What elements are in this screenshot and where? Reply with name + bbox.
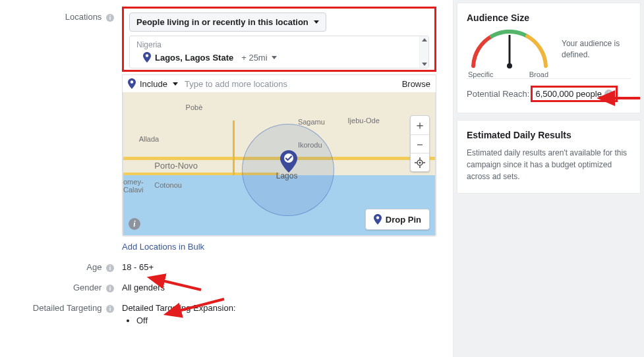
location-radius-dropdown[interactable]: + 25mi	[241, 53, 276, 63]
drop-pin-button[interactable]: Drop Pin	[365, 209, 430, 230]
detailed-targeting-row: Detailed Targeting i Detailed Targeting …	[7, 298, 450, 325]
potential-reach-row: Potential Reach: 6,500,000 people i	[467, 86, 631, 102]
daily-results-body: Estimated daily results aren't available…	[467, 147, 631, 182]
locations-row: Locations i People living in or recently…	[7, 7, 450, 252]
info-icon[interactable]: i	[106, 305, 114, 313]
pin-icon	[374, 214, 382, 225]
locations-scrollbar[interactable]	[419, 36, 428, 68]
browse-link[interactable]: Browse	[402, 79, 430, 89]
location-item[interactable]: Lagos, Lagos State + 25mi	[136, 52, 422, 63]
daily-results-title: Estimated Daily Results	[467, 130, 631, 140]
map-info-icon[interactable]: i	[129, 218, 140, 230]
svg-point-5	[376, 216, 379, 219]
highlight-box-reach: 6,500,000 people i	[531, 86, 617, 102]
audience-size-card: Audience Size Specific Broad Your audien…	[457, 3, 641, 113]
potential-reach-label: Potential Reach:	[467, 89, 529, 99]
map-locate-button[interactable]	[411, 153, 429, 171]
location-type-label: People living in or recently in this loc…	[136, 17, 308, 27]
add-location-panel: Include Browse Pobè Allada Sagamu	[122, 74, 436, 236]
location-country: Nigeria	[136, 40, 422, 49]
svg-point-7	[507, 63, 512, 69]
svg-point-4	[419, 161, 421, 163]
pin-icon	[143, 52, 151, 63]
audience-size-title: Audience Size	[467, 13, 631, 23]
svg-point-1	[131, 80, 133, 83]
info-icon[interactable]: i	[604, 90, 613, 98]
scroll-up-icon	[422, 38, 427, 41]
location-map[interactable]: Pobè Allada Sagamu Ijebu-Ode Ikorodu Por…	[123, 92, 436, 236]
map-zoom-out-button[interactable]: －	[411, 134, 429, 153]
svg-point-0	[146, 54, 148, 57]
age-value: 18 - 65+	[122, 257, 450, 272]
locations-panel: Nigeria Lagos, Lagos State + 25mi	[129, 36, 429, 69]
map-city-label: Allada	[139, 135, 160, 143]
gauge-broad-label: Broad	[529, 70, 548, 78]
add-locations-bulk-link[interactable]: Add Locations in Bulk	[122, 242, 204, 252]
add-location-input[interactable]	[185, 79, 402, 89]
location-name: Lagos, Lagos State	[155, 53, 233, 63]
daily-results-card: Estimated Daily Results Estimated daily …	[457, 120, 641, 194]
include-label: Include	[140, 79, 167, 89]
potential-reach-value: 6,500,000 people	[535, 89, 601, 99]
map-city-label: omey- Calavi	[123, 178, 144, 194]
info-icon[interactable]: i	[106, 285, 114, 292]
audience-defined-text: Your audience is defined.	[562, 38, 631, 61]
info-icon[interactable]: i	[106, 14, 114, 22]
detailed-targeting-label: Detailed Targeting i	[7, 298, 122, 313]
gender-value: All genders	[122, 277, 450, 292]
map-city-label: Sagamu	[298, 118, 325, 126]
map-city-label: Ijebu-Ode	[348, 117, 380, 124]
map-city-label: Pobè	[186, 103, 203, 111]
locations-label: Locations i	[7, 7, 122, 22]
right-panel: Audience Size Specific Broad Your audien…	[453, 0, 644, 357]
map-city-label: Porto-Novo	[154, 161, 198, 171]
gauge-specific-label: Specific	[468, 70, 494, 78]
pin-icon	[128, 78, 136, 89]
map-pin-icon	[280, 150, 297, 173]
divider	[467, 78, 631, 79]
gender-label: Gender i	[7, 277, 122, 292]
highlight-box-locations: People living in or recently in this loc…	[122, 7, 436, 72]
map-road	[233, 121, 235, 175]
detailed-targeting-value: Detailed Targeting Expansion: Off	[122, 298, 450, 325]
chevron-down-icon	[314, 20, 319, 24]
chevron-down-icon	[272, 56, 277, 59]
map-city-label: Cotonou	[154, 181, 182, 189]
include-dropdown[interactable]: Include	[140, 79, 178, 89]
gender-row: Gender i All genders	[7, 277, 450, 292]
map-city-label: Lagos	[276, 171, 298, 180]
map-controls: ＋ －	[410, 115, 430, 172]
drop-pin-label: Drop Pin	[386, 215, 421, 225]
info-icon[interactable]: i	[106, 264, 114, 272]
chevron-down-icon	[173, 82, 178, 86]
location-radius-value: + 25mi	[241, 53, 267, 63]
age-row: Age i 18 - 65+	[7, 257, 450, 272]
location-type-dropdown[interactable]: People living in or recently in this loc…	[129, 13, 326, 32]
scroll-down-icon	[422, 63, 427, 66]
audience-gauge: Specific Broad	[467, 30, 552, 69]
map-zoom-in-button[interactable]: ＋	[411, 116, 429, 134]
age-label: Age i	[7, 257, 122, 272]
